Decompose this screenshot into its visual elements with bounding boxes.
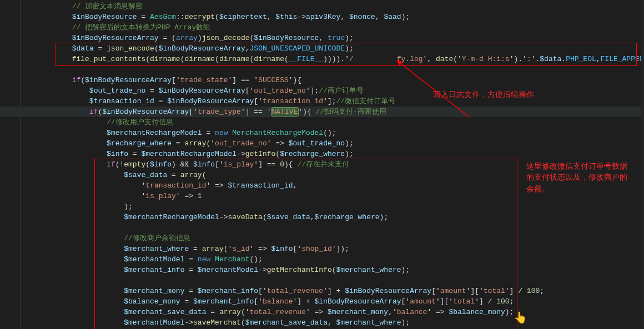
code-line[interactable] <box>20 222 644 233</box>
code-line[interactable]: $inBodyResourceArray = (array)json_decod… <box>20 33 644 43</box>
hand-cursor-icon: 👆 <box>514 310 527 327</box>
code-line[interactable]: file_put_contents(dirname(dirname(dirnam… <box>20 54 644 64</box>
code-line[interactable]: $data = json_encode($inBodyResourceArray… <box>20 43 644 54</box>
code-line[interactable]: // 把解密后的文本转换为PHP Array数组 <box>20 22 644 33</box>
code-line[interactable] <box>20 275 644 286</box>
code-line[interactable]: ); <box>20 201 644 212</box>
code-line[interactable]: if($inBodyResourceArray['trade_type'] ==… <box>20 107 644 117</box>
code-line[interactable]: $transaction_id = $inBodyResourceArray['… <box>20 96 644 107</box>
code-line[interactable]: if($inBodyResourceArray['trade_state'] =… <box>20 75 644 85</box>
code-line[interactable]: $merchantModel->saveMerchat($merchant_sa… <box>20 317 644 328</box>
code-line[interactable]: //修改商户余额信息 <box>20 233 644 244</box>
code-line[interactable]: $merchantRechargeModel = new MerchantRec… <box>20 128 644 138</box>
code-line[interactable]: $inBodyResource = AesGcm::decrypt($ciphe… <box>20 12 644 22</box>
code-line[interactable]: $merchant_where = array('s_id' => $info[… <box>20 244 644 254</box>
code-line[interactable]: //修改用户支付信息 <box>20 117 644 128</box>
code-line[interactable] <box>20 64 644 75</box>
annotation-label-log: 写入日志文件，方便后续操作 <box>433 89 534 100</box>
code-line[interactable]: $out_trade_no = $inBodyResourceArray['ou… <box>20 85 644 96</box>
code-line[interactable]: $recharge_where = array('out_trade_no' =… <box>20 138 644 149</box>
code-line[interactable]: $merchant_mony = $merchant_info['total_r… <box>20 286 644 296</box>
code-line[interactable]: $merchantModel = new Merchant(); <box>20 254 644 265</box>
code-line[interactable]: $merchant_save_data = array('total_reven… <box>20 307 644 317</box>
minimap[interactable] <box>641 0 644 329</box>
code-line[interactable]: $merchantRechargeModel->saveData($save_d… <box>20 212 644 222</box>
editor-gutter <box>0 0 21 329</box>
code-line[interactable]: $info = $merchantRechargeModel->getInfo(… <box>20 149 644 159</box>
code-line[interactable]: $balance_mony = $merchant_info['balance'… <box>20 296 644 307</box>
code-line[interactable]: // 加密文本消息解密 <box>20 1 644 12</box>
annotation-label-main: 这里修改微信支付订单号数据的支付状态以及，修改商户的余额。 <box>526 160 632 194</box>
code-line[interactable]: $merchant_info = $merchantModel->getMerc… <box>20 265 644 275</box>
selection[interactable]: NATIVE <box>271 108 299 116</box>
code-editor[interactable]: // 加密文本消息解密 $inBodyResource = AesGcm::de… <box>0 0 644 329</box>
